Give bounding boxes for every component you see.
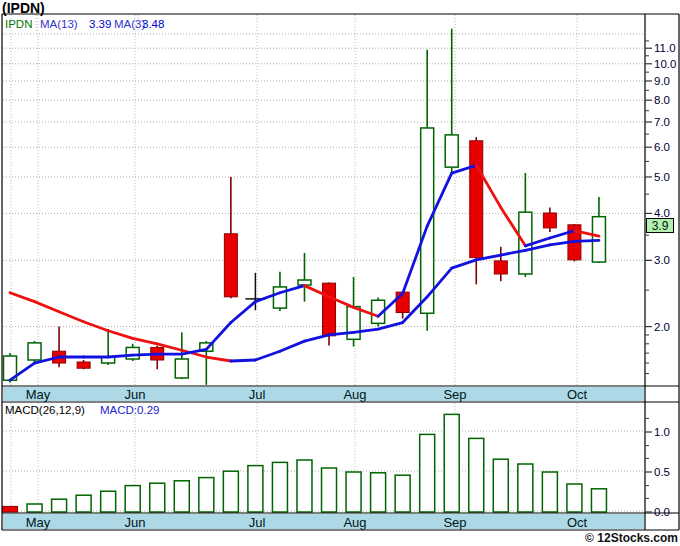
candle-body-down: [543, 213, 556, 228]
candle-body-up: [126, 347, 139, 359]
legend-ma3-value: 3.48: [142, 18, 164, 30]
macd-bar: [223, 471, 238, 512]
price-tick-label: 10.0: [654, 58, 676, 70]
price-tick-label: 6.0: [654, 141, 670, 153]
month-label-main: Jun: [125, 387, 146, 402]
macd-bar-negative: [3, 506, 18, 512]
macd-tick-label: 0.5: [654, 466, 670, 478]
macd-tick-label: 1.0: [654, 426, 670, 438]
candle-body-up: [421, 128, 434, 313]
ma3-line: [108, 355, 133, 357]
macd-bar: [591, 489, 606, 512]
watermark: © 12Stocks.com: [585, 531, 678, 545]
macd-bar: [542, 472, 557, 512]
candle-body-up: [28, 343, 41, 360]
macd-bar: [444, 414, 459, 512]
price-tick-label: 2.0: [654, 321, 670, 333]
macd-bar: [27, 504, 42, 512]
month-label-macd: Jul: [249, 515, 266, 530]
legend-ma13-label: MA(13): [40, 18, 78, 30]
ma13-line: [231, 360, 256, 361]
macd-bar: [174, 481, 189, 512]
price-tick-label: 8.0: [654, 94, 670, 106]
month-label-macd: Jun: [125, 515, 146, 530]
price-tick-label: 11.0: [654, 42, 676, 54]
ma13-line: [59, 312, 84, 322]
ma13-line: [133, 338, 158, 343]
month-label-macd: Aug: [343, 515, 366, 530]
macd-legend-label: MACD(26,12,9): [5, 404, 85, 416]
macd-bar: [395, 475, 410, 512]
ma13-line: [280, 341, 305, 351]
ma13-line: [10, 293, 35, 302]
page-title: (IPDN): [2, 0, 45, 16]
macd-bar: [76, 495, 91, 512]
ma13-line: [255, 351, 280, 360]
month-label-macd: Sep: [443, 515, 466, 530]
price-tick-label: 3.0: [654, 254, 670, 266]
price-tick-label: 4.0: [654, 207, 670, 219]
macd-bar: [371, 473, 386, 512]
macd-bar: [346, 472, 361, 512]
macd-legend-value: MACD:0.29: [100, 404, 159, 416]
month-label-macd: May: [26, 515, 51, 530]
candle-body-up: [347, 307, 360, 340]
candle-body-down: [323, 283, 336, 336]
macd-bar: [125, 486, 140, 512]
ma13-line: [206, 357, 231, 361]
candle-body-up: [175, 359, 188, 378]
chart-canvas: 2.03.04.05.06.07.08.09.010.011.03.90.00.…: [0, 0, 680, 546]
ma13-line: [574, 240, 599, 241]
ma3-line: [231, 302, 256, 323]
macd-bar: [493, 459, 508, 512]
candle-body-up: [445, 135, 458, 167]
candle-body-down: [494, 261, 507, 274]
macd-bar: [420, 434, 435, 512]
macd-bar: [272, 462, 287, 512]
macd-bar: [101, 491, 116, 512]
ma13-line: [108, 331, 133, 339]
price-tick-label: 5.0: [654, 171, 670, 183]
price-tick-label: 9.0: [654, 75, 670, 87]
macd-bar: [150, 483, 165, 512]
legend-symbol: IPDN: [5, 18, 32, 30]
month-label-main: Aug: [343, 387, 366, 402]
macd-tick-label: 0.0: [654, 506, 670, 518]
month-label-main: Sep: [443, 387, 466, 402]
macd-bar: [199, 478, 214, 512]
ma3-line: [133, 354, 158, 355]
last-price-label: 3.9: [652, 219, 669, 233]
macd-bar: [518, 464, 533, 512]
ma13-line: [304, 335, 329, 341]
month-label-main: Oct: [567, 387, 588, 402]
macd-bar: [248, 466, 263, 512]
candle-body-down: [470, 141, 483, 258]
month-label-main: May: [26, 387, 51, 402]
candle-body-down: [77, 362, 90, 368]
month-label-macd: Oct: [567, 515, 588, 530]
macd-bar: [567, 484, 582, 512]
month-band-macd: [3, 514, 644, 529]
macd-bar: [322, 468, 337, 512]
month-band-main: [3, 387, 644, 401]
stock-chart-page: 2.03.04.05.06.07.08.09.010.011.03.90.00.…: [0, 0, 680, 546]
month-label-main: Jul: [249, 387, 266, 402]
price-tick-label: 7.0: [654, 116, 670, 128]
legend-ma13-value: 3.39: [89, 18, 111, 30]
macd-bar: [469, 438, 484, 512]
macd-bar: [297, 460, 312, 512]
macd-bar: [52, 499, 67, 512]
legend-ma3-label: MA(3): [114, 18, 145, 30]
candle-body-down: [224, 234, 237, 297]
